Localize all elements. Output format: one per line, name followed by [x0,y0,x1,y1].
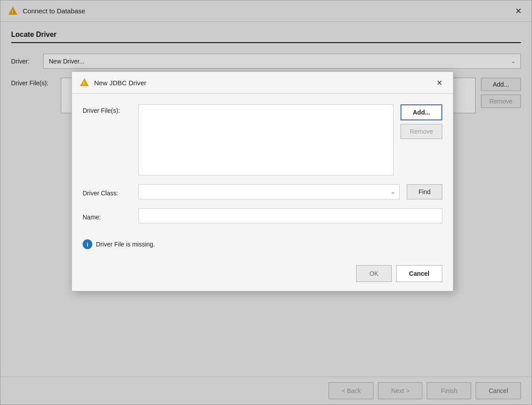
modal-add-remove-buttons: Add... Remove [401,104,442,139]
modal-class-row: Driver Class: ⌄ Find [83,184,442,199]
modal-add-button[interactable]: Add... [401,104,442,120]
modal-driver-files-row: Driver File(s): Add... Remove [83,104,442,175]
info-icon: i [83,239,92,249]
modal-driver-class-label: Driver Class: [83,187,131,197]
modal-name-input[interactable] [139,208,442,223]
modal-close-button[interactable]: ✕ [433,78,446,88]
modal-footer: OK Cancel [72,258,453,291]
modal-driver-class-select[interactable] [139,184,400,199]
info-message: i Driver File is missing. [83,238,442,251]
find-button[interactable]: Find [407,184,442,199]
info-text: Driver File is missing. [96,241,155,248]
modal-files-area [139,104,393,175]
modal-dialog: ! New JDBC Driver ✕ Driver File(s): Add.… [71,71,453,291]
modal-title-left: ! New JDBC Driver [79,77,147,88]
modal-app-icon: ! [79,77,90,88]
modal-title-bar: ! New JDBC Driver ✕ [72,72,453,94]
modal-body: Driver File(s): Add... Remove Driver Cla… [72,94,453,258]
ok-button[interactable]: OK [356,265,392,282]
main-window: ! Connect to Database ✕ Locate Driver Dr… [0,0,532,405]
modal-driver-files-label: Driver File(s): [83,104,131,114]
modal-name-label: Name: [83,211,131,221]
modal-title: New JDBC Driver [94,79,147,87]
svg-text:!: ! [83,81,85,86]
modal-overlay: ! New JDBC Driver ✕ Driver File(s): Add.… [0,0,532,405]
modal-class-select-wrapper: ⌄ [139,184,400,199]
modal-name-row: Name: [83,208,442,223]
modal-remove-button[interactable]: Remove [401,124,442,139]
modal-cancel-button[interactable]: Cancel [396,265,442,282]
